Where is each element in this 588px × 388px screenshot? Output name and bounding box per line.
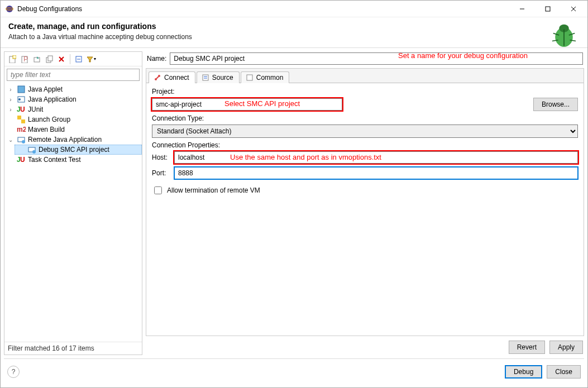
- allow-terminate-checkbox[interactable]: Allow termination of remote VM: [152, 185, 578, 196]
- configurations-panel: P ▾ › Java Applet › J: [4, 51, 142, 355]
- collapse-icon[interactable]: ⌄: [7, 137, 15, 143]
- tab-label: Source: [212, 74, 233, 82]
- applet-icon: [17, 85, 26, 94]
- browse-button[interactable]: Browse...: [533, 98, 578, 111]
- filter-status: Filter matched 16 of 17 items: [4, 342, 142, 355]
- export-button[interactable]: [31, 54, 42, 65]
- connection-properties-label: Connection Properties:: [152, 141, 578, 149]
- dialog-heading: Create, manage, and run configurations: [8, 22, 580, 31]
- expand-icon[interactable]: ›: [7, 87, 15, 93]
- tab-common[interactable]: Common: [241, 71, 290, 83]
- tree-item-maven-build[interactable]: m2 Maven Build: [4, 124, 142, 135]
- name-label: Name:: [147, 55, 166, 63]
- tree-item-debug-smc-api[interactable]: Debug SMC API project: [15, 145, 142, 155]
- window-title: Debug Configurations: [17, 5, 82, 13]
- svg-point-26: [18, 98, 21, 100]
- common-icon: [246, 74, 254, 82]
- annotation-project: Select SMC API project: [224, 99, 300, 108]
- allow-terminate-input[interactable]: [154, 186, 162, 194]
- launch-group-icon: [17, 115, 26, 124]
- configurations-tree[interactable]: › Java Applet › Java Application › JU JU…: [4, 83, 142, 342]
- svg-text:U: U: [20, 156, 25, 164]
- tab-bar: Connect Source Common: [146, 69, 584, 83]
- help-icon: ?: [12, 368, 16, 376]
- svg-text:m2: m2: [17, 126, 26, 133]
- svg-point-0: [6, 6, 13, 12]
- junit-icon: JU: [17, 105, 26, 114]
- maven-icon: m2: [17, 125, 26, 134]
- project-label: Project:: [152, 88, 578, 95]
- expand-icon[interactable]: ›: [7, 107, 15, 113]
- tree-label: JUnit: [28, 106, 43, 113]
- svg-rect-19: [48, 56, 52, 61]
- svg-rect-30: [17, 116, 21, 119]
- svg-line-43: [156, 76, 159, 79]
- svg-rect-3: [546, 7, 550, 11]
- tab-connect[interactable]: Connect: [149, 71, 195, 83]
- delete-button[interactable]: [56, 54, 67, 65]
- new-prototype-button[interactable]: P: [19, 54, 30, 65]
- tree-item-task-context-test[interactable]: JU Task Context Test: [4, 155, 142, 165]
- tab-source[interactable]: Source: [197, 71, 240, 83]
- tree-label: Debug SMC API project: [39, 146, 109, 154]
- debug-button[interactable]: Debug: [505, 365, 542, 379]
- tree-label: Launch Group: [28, 116, 70, 123]
- filter-button[interactable]: ▾: [85, 54, 97, 65]
- java-app-icon: [17, 95, 26, 104]
- close-button[interactable]: Close: [547, 365, 581, 379]
- tree-item-java-application[interactable]: › Java Application: [4, 94, 142, 104]
- eclipse-icon: [5, 4, 14, 13]
- svg-rect-44: [203, 75, 208, 80]
- annotation-hostport: Use the same host and port as in vmoptio…: [230, 153, 381, 161]
- expand-icon[interactable]: ›: [7, 97, 15, 103]
- svg-point-35: [22, 140, 25, 143]
- dialog-header: Create, manage, and run configurations A…: [1, 17, 587, 44]
- tab-label: Common: [256, 74, 284, 82]
- dialog-subheading: Attach to a Java virtual machine accepti…: [8, 33, 580, 41]
- maximize-button[interactable]: [535, 1, 561, 17]
- tree-item-junit[interactable]: › JU JUnit: [4, 104, 142, 114]
- host-label: Host:: [152, 154, 174, 161]
- debug-bug-icon: [548, 20, 580, 51]
- remote-java-icon: [27, 145, 36, 154]
- connect-icon: [154, 74, 161, 82]
- svg-rect-14: [13, 55, 16, 59]
- tree-item-launch-group[interactable]: Launch Group: [4, 114, 142, 124]
- connection-type-select[interactable]: Standard (Socket Attach): [152, 124, 578, 138]
- port-input[interactable]: [174, 167, 578, 179]
- connection-type-label: Connection Type:: [152, 114, 578, 122]
- svg-rect-24: [18, 86, 25, 93]
- task-test-icon: JU: [17, 155, 26, 164]
- port-label: Port:: [152, 169, 174, 177]
- apply-button[interactable]: Apply: [549, 341, 583, 354]
- title-bar: Debug Configurations: [1, 1, 587, 17]
- revert-button[interactable]: Revert: [509, 341, 545, 354]
- help-button[interactable]: ?: [7, 366, 20, 378]
- new-config-button[interactable]: [7, 54, 18, 65]
- source-icon: [202, 74, 209, 82]
- minimize-button[interactable]: [509, 1, 535, 17]
- tree-label: Maven Build: [28, 126, 65, 133]
- svg-text:U: U: [20, 106, 25, 113]
- tree-item-java-applet[interactable]: › Java Applet: [4, 84, 142, 94]
- filter-input[interactable]: [7, 69, 140, 81]
- svg-text:P: P: [23, 55, 28, 63]
- close-window-button[interactable]: [561, 1, 586, 17]
- svg-rect-47: [247, 75, 252, 80]
- tree-label: Java Applet: [28, 85, 63, 93]
- tree-item-remote-java-app[interactable]: ⌄ Remote Java Application: [4, 135, 142, 145]
- tree-label: Remote Java Application: [28, 136, 102, 143]
- duplicate-button[interactable]: [44, 54, 55, 65]
- annotation-name: Set a name for your debug configuration: [398, 51, 528, 60]
- allow-terminate-label: Allow termination of remote VM: [167, 186, 260, 194]
- remote-java-icon: [17, 135, 26, 144]
- configurations-toolbar: P ▾: [4, 52, 142, 66]
- svg-point-37: [32, 150, 36, 154]
- collapse-all-button[interactable]: [73, 54, 84, 65]
- tab-label: Connect: [164, 74, 189, 82]
- tree-label: Task Context Test: [28, 156, 81, 164]
- svg-rect-31: [21, 119, 25, 123]
- tree-label: Java Application: [28, 95, 77, 103]
